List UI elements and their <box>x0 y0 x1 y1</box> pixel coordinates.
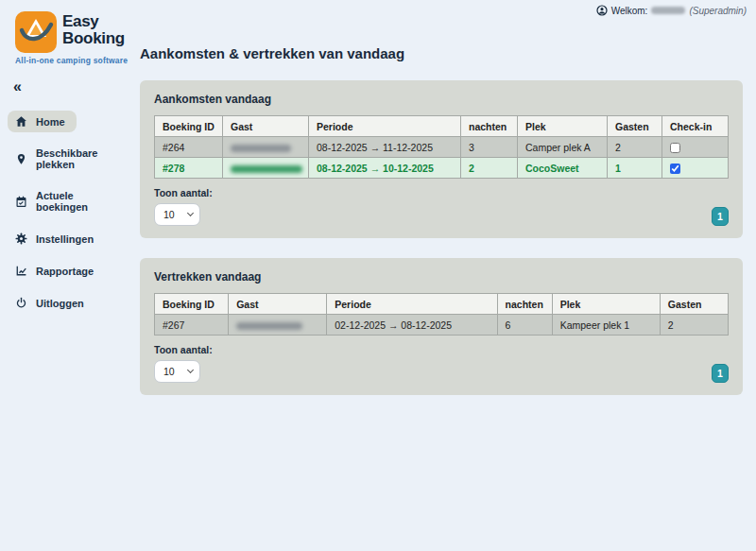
spot-cell: Camper plek A <box>518 137 608 158</box>
column-header: Gasten <box>660 294 728 315</box>
arrivals-card: Aankomsten vandaag Boeking ID Gast Perio… <box>140 80 743 238</box>
arrivals-header-row: Boeking ID Gast Periode nachten Plek Gas… <box>155 116 729 137</box>
spot-cell: CocoSweet <box>518 158 608 179</box>
table-row: #278 08-12-2025 → 10-12-2025 2 CocoSweet… <box>155 158 729 179</box>
sidebar-item-instellingen[interactable]: Instellingen <box>8 228 105 250</box>
line-chart-icon <box>15 265 27 277</box>
guest-cell <box>229 315 327 336</box>
guests-cell: 1 <box>608 158 662 179</box>
page-size-select-wrap: 10 <box>154 203 200 226</box>
sidebar-item-label: Rapportage <box>36 266 94 277</box>
booking-id-cell: #264 <box>155 137 223 158</box>
sidebar-item-rapportage[interactable]: Rapportage <box>8 260 105 282</box>
column-header: nachten <box>497 294 552 315</box>
brand-tagline: All-in-one camping software <box>0 53 132 65</box>
nights-cell: 6 <box>497 315 552 336</box>
arrivals-footer: Toon aantal: 10 1 <box>154 187 729 226</box>
calendar-icon <box>15 196 27 208</box>
period-cell: 02-12-2025 → 08-12-2025 <box>327 315 497 336</box>
column-header: nachten <box>461 116 518 137</box>
app-logo-icon <box>15 11 57 53</box>
show-count-label: Toon aantal: <box>154 344 213 355</box>
column-header: Periode <box>309 116 461 137</box>
checkin-cell <box>662 158 729 179</box>
departures-table: Boeking ID Gast Periode nachten Plek Gas… <box>154 293 729 336</box>
arrivals-title: Aankomsten vandaag <box>154 93 729 106</box>
sidebar-item-beschikbare-plekken[interactable]: Beschikbare plekken <box>8 143 132 175</box>
power-icon <box>15 297 27 309</box>
column-header: Plek <box>552 294 660 315</box>
sidebar-item-home[interactable]: Home <box>8 111 77 132</box>
checkin-cell <box>662 137 729 158</box>
table-row: #264 08-12-2025 → 11-12-2025 3 Camper pl… <box>155 137 729 158</box>
departures-header-row: Boeking ID Gast Periode nachten Plek Gas… <box>155 294 729 315</box>
checkin-checkbox[interactable] <box>670 143 680 153</box>
booking-id-cell: #267 <box>155 315 229 336</box>
pagination-page-1-button[interactable]: 1 <box>712 364 729 383</box>
redacted-guest-name <box>231 165 302 173</box>
sidebar-item-label: Instellingen <box>36 233 94 245</box>
table-row: #267 02-12-2025 → 08-12-2025 6 Kampeer p… <box>155 315 729 336</box>
show-count-label: Toon aantal: <box>154 187 213 198</box>
app-name: Easy Booking <box>62 11 125 47</box>
brand: Easy Booking <box>0 11 132 53</box>
redacted-guest-name <box>236 322 302 330</box>
departures-card: Vertrekken vandaag Boeking ID Gast Perio… <box>140 258 743 395</box>
sidebar-item-label: Home <box>36 116 65 128</box>
page-size-select[interactable]: 10 <box>154 203 200 226</box>
nights-cell: 2 <box>461 158 518 179</box>
page-title: Aankomsten & vertrekken van vandaag <box>140 45 743 61</box>
column-header: Periode <box>327 294 497 315</box>
spot-cell: Kampeer plek 1 <box>552 315 660 336</box>
column-header: Boeking ID <box>155 294 229 315</box>
guest-cell <box>223 137 309 158</box>
guests-cell: 2 <box>608 137 662 158</box>
main-content: Aankomsten & vertrekken van vandaag Aank… <box>140 0 743 395</box>
nights-cell: 3 <box>461 137 518 158</box>
booking-id-cell: #278 <box>155 158 223 179</box>
column-header: Gast <box>229 294 327 315</box>
column-header: Plek <box>518 116 608 137</box>
sidebar-item-actuele-boekingen[interactable]: Actuele boekingen <box>8 185 132 217</box>
sidebar-item-label: Beschikbare plekken <box>36 147 121 170</box>
column-header: Check-in <box>662 116 729 137</box>
sidebar-nav: Home Beschikbare plekken Actuele boeking… <box>0 111 132 324</box>
arrivals-table: Boeking ID Gast Periode nachten Plek Gas… <box>154 115 729 179</box>
guests-cell: 2 <box>660 315 728 336</box>
sidebar-collapse-button[interactable]: « <box>0 65 34 95</box>
departures-footer: Toon aantal: 10 1 <box>154 344 729 383</box>
page-size-select[interactable]: 10 <box>154 360 200 383</box>
column-header: Gasten <box>608 116 662 137</box>
sidebar: Easy Booking All-in-one camping software… <box>0 0 132 551</box>
period-cell: 08-12-2025 → 10-12-2025 <box>309 158 461 179</box>
home-icon <box>15 115 27 128</box>
column-header: Gast <box>223 116 309 137</box>
period-cell: 08-12-2025 → 11-12-2025 <box>309 137 461 158</box>
pagination-page-1-button[interactable]: 1 <box>712 207 729 226</box>
sidebar-item-uitloggen[interactable]: Uitloggen <box>8 292 95 314</box>
sidebar-item-label: Actuele boekingen <box>36 190 121 213</box>
guest-cell <box>223 158 309 179</box>
redacted-guest-name <box>231 145 291 152</box>
departures-title: Vertrekken vandaag <box>154 270 729 284</box>
checkin-checkbox[interactable] <box>670 164 680 174</box>
sidebar-item-label: Uitloggen <box>36 298 84 309</box>
column-header: Boeking ID <box>155 116 223 137</box>
gear-icon <box>15 232 27 245</box>
location-pin-icon <box>15 153 27 165</box>
page-size-select-wrap: 10 <box>154 360 200 383</box>
